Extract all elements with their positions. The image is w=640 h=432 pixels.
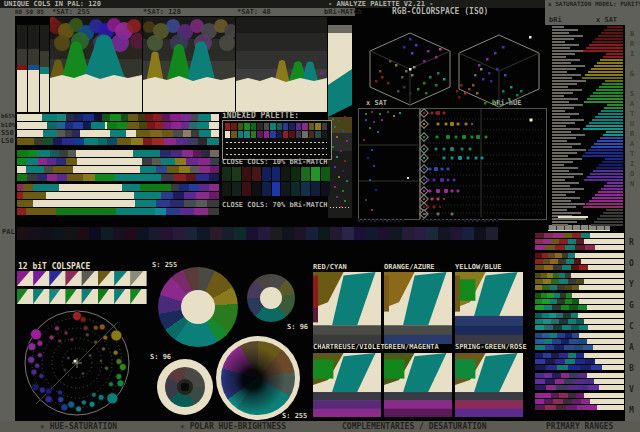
close-cols-70-label: CLOSE COLS: 70% bRi-MATCH xyxy=(222,202,327,209)
primary-letter-Y: Y xyxy=(629,280,634,289)
indexed-row-1 xyxy=(225,123,327,130)
primary-letter-C: C xyxy=(629,322,634,331)
comp-panel-red-cyan xyxy=(313,272,381,344)
close-cols-10-label: CLOSE COLS: 10% bRi-MATCH xyxy=(222,159,327,166)
label-pal: PAL xyxy=(2,229,15,236)
primary-letter-A: A xyxy=(629,343,634,352)
primary-group-G xyxy=(535,293,624,310)
strip-s50 xyxy=(17,130,219,137)
unique-cols-count: UNIQUE COLS IN PAL: 120 xyxy=(4,1,101,8)
primary-group-V xyxy=(535,373,624,390)
mini-col-3 xyxy=(40,25,49,112)
indexed-row-2 xyxy=(225,131,327,138)
comp-panel-orange-azure xyxy=(384,272,452,344)
sat-scatter-header: x SAT xyxy=(366,100,387,107)
comp-panel-spring-green-rose xyxy=(455,353,523,417)
bri-match-label: bRi-MATCh xyxy=(324,9,362,16)
primary-group-R xyxy=(535,233,624,250)
primary-group-C xyxy=(535,313,624,330)
bri-panel-label: bRi xyxy=(549,17,562,24)
footer-complementaries[interactable]: COMPLEMENTARIES / DESATURATION xyxy=(342,423,487,431)
donut3-label: S: 96 xyxy=(150,354,171,361)
strip-group3-4 xyxy=(17,208,219,215)
strip-group2-2 xyxy=(17,158,219,165)
polar-disc-s255 xyxy=(216,336,300,420)
colspace-title: 12 biT COLSPACE xyxy=(18,263,90,271)
strip-b65 xyxy=(17,114,219,121)
comp-label-yellow-blue: YELLOW/BLUE xyxy=(455,264,501,271)
sat48-panel[interactable] xyxy=(236,17,327,112)
strip-group2-1 xyxy=(17,150,219,157)
primary-letter-B: B xyxy=(629,364,634,373)
label-s50: S50 xyxy=(1,130,14,137)
primary-letter-G: G xyxy=(629,301,634,310)
sat48-tab[interactable]: *SAT: 48 xyxy=(237,9,271,16)
comp-panel-green-magenta xyxy=(384,353,452,417)
footer-polar-hue-brightness[interactable]: ✳ POLAR HUE-BRIGHTNESS xyxy=(180,423,286,431)
label-b10: b10% xyxy=(1,122,15,128)
strip-group3-3 xyxy=(17,200,219,207)
bri-saturation-vertical-label: BRI & SATURATION xyxy=(628,30,636,225)
indexed-empty-row-2 xyxy=(225,147,327,150)
mini-col-2 xyxy=(28,25,39,112)
comp-label-green-magenta: GREEN/MAGENTA xyxy=(384,344,439,351)
pal-strip xyxy=(17,227,498,240)
left-sidebar xyxy=(0,16,15,421)
indexed-palette-title: iNDEXED PALETTE: xyxy=(222,112,299,120)
strip-group3-2 xyxy=(17,192,219,199)
primary-group-B xyxy=(535,353,624,370)
donut1-label: S: 255 xyxy=(152,262,177,269)
indexed-empty-row-1 xyxy=(225,141,327,144)
primary-group-A xyxy=(535,333,624,350)
bri-hue-box xyxy=(420,108,547,220)
strip-b10 xyxy=(17,122,219,129)
close-cols-row-1 xyxy=(222,167,330,181)
comp-panel-yellow-blue xyxy=(455,272,523,344)
primary-letter-O: O xyxy=(629,259,634,268)
primary-scale-strip xyxy=(548,225,610,231)
comp-label-chartreuse-violet: CHARTREUSE/VIOLET xyxy=(313,344,385,351)
sat255-tab[interactable]: *SAT: 255 xyxy=(52,9,90,16)
comp-label-orange-azure: ORANGE/AZURE xyxy=(384,264,435,271)
strip-group3-1 xyxy=(17,184,219,191)
saturation-model[interactable]: x SATURATION MODEL: PURITY xyxy=(548,1,640,7)
sat-panel-label: x SAT xyxy=(596,17,617,24)
analyze-palette-app: UNIQUE COLS IN PAL: 120 - ANALYZE PALETT… xyxy=(0,0,640,432)
polar-donut-s255 xyxy=(158,267,238,347)
donut2-label: S: 96 xyxy=(287,324,308,331)
footer-hue-saturation[interactable]: ✳ HUE-SATURATION xyxy=(40,423,117,431)
rgb-colorspace-title: RGB-COLORSPACE (ISO) xyxy=(392,8,488,16)
primary-group-M xyxy=(535,393,624,410)
label-l50: L50 xyxy=(1,138,14,145)
primary-letter-V: V xyxy=(629,385,634,394)
primary-letter-R: R xyxy=(629,238,634,247)
polar-disc-s96 xyxy=(157,359,213,415)
close-cols-row-2 xyxy=(222,182,330,196)
primary-group-Y xyxy=(535,273,624,290)
comp-label-red-cyan: RED/CYAN xyxy=(313,264,347,271)
label-b65: b65% xyxy=(1,113,15,119)
hue-saturation-wheel[interactable] xyxy=(20,306,134,420)
mini-col-1 xyxy=(17,25,27,112)
strip-group2-4 xyxy=(17,174,219,181)
donut4-label: S: 255 xyxy=(282,413,307,420)
sat128-tab[interactable]: *SAT: 128 xyxy=(143,9,181,16)
primary-group-O xyxy=(535,253,624,270)
primary-letter-M: M xyxy=(629,406,634,415)
indexed-palette-box xyxy=(222,120,332,160)
strip-l50 xyxy=(17,138,219,145)
sat128-panel[interactable] xyxy=(143,17,235,112)
comp-panel-chartreuse-violet xyxy=(313,353,381,417)
comp-label-spring-green-rose: SPRING-GREEN/ROSE xyxy=(455,344,527,351)
sat255-panel[interactable] xyxy=(50,17,142,112)
mini-cols-label: R0 S0 85 xyxy=(15,9,44,15)
colspace-strips xyxy=(17,271,147,304)
polar-donut-s96 xyxy=(247,274,295,322)
primary-ranges-panel xyxy=(535,233,624,413)
bri-hue-header: bRi-hUE xyxy=(492,100,522,107)
indexed-empty-row-3 xyxy=(225,153,327,156)
sat-scatter-box xyxy=(358,108,420,220)
footer-primary-ranges[interactable]: PRIMARY RANGES xyxy=(546,423,613,431)
strip-group2-3 xyxy=(17,166,219,173)
